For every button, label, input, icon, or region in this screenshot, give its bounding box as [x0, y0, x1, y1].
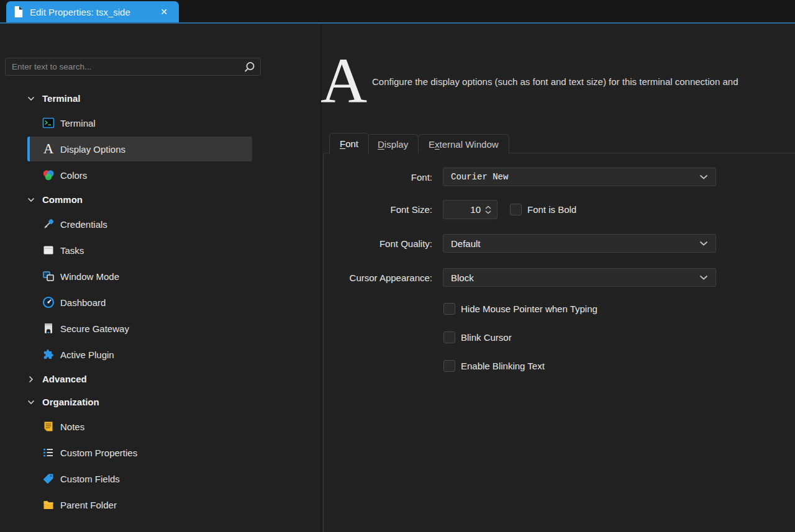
tree-item-window-mode[interactable]: Window Mode [0, 263, 319, 289]
tree-item-display-options[interactable]: A Display Options [0, 136, 319, 162]
tree-group-advanced[interactable]: Advanced [0, 367, 319, 390]
window-mode-icon [42, 270, 55, 282]
settings-sidebar: Terminal Terminal A Display Options [0, 24, 322, 532]
tree-item-label: Notes [60, 422, 84, 432]
font-label: Font: [323, 172, 432, 183]
search-input[interactable] [6, 62, 243, 71]
stepper-down-icon[interactable] [485, 210, 491, 214]
tree-item-active-plugin[interactable]: Active Plugin [0, 341, 319, 367]
chevron-right-icon [29, 376, 34, 383]
tree-item-label: Parent Folder [60, 500, 117, 510]
font-quality-dropdown[interactable]: Default [443, 234, 716, 253]
folder-icon [42, 498, 55, 511]
cursor-appearance-value: Block [451, 273, 474, 283]
chevron-down-icon [27, 400, 35, 405]
letter-a-icon: A [42, 143, 55, 155]
tree-item-label: Colors [60, 170, 87, 181]
tab-font[interactable]: Font [329, 133, 369, 154]
blink-cursor-row: Blink Cursor [443, 331, 512, 343]
tree-item-label: Active Plugin [60, 349, 114, 360]
sidebar-search [5, 58, 261, 76]
hide-mouse-pointer-row: Hide Mouse Pointer when Typing [443, 303, 597, 315]
tree-item-label: Custom Fields [60, 474, 120, 484]
hide-mouse-pointer-checkbox[interactable] [443, 303, 455, 315]
enable-blinking-text-checkbox[interactable] [443, 360, 455, 372]
enable-blinking-text-label: Enable Blinking Text [461, 361, 545, 371]
stepper-up-icon[interactable] [485, 205, 491, 209]
font-quality-value: Default [451, 238, 481, 249]
tree-group-label: Common [42, 194, 83, 205]
tree-item-secure-gateway[interactable]: Secure Gateway [0, 315, 319, 341]
cursor-appearance-dropdown[interactable]: Block [443, 268, 716, 287]
search-icon[interactable] [243, 61, 255, 73]
tree-item-notes[interactable]: Notes [0, 413, 319, 440]
tree-item-label: Secure Gateway [60, 323, 129, 334]
font-is-bold-row: Font is Bold [510, 204, 576, 215]
chevron-down-icon [699, 241, 708, 246]
tree-item-label: Tasks [60, 245, 84, 256]
letter-a-icon: A [320, 48, 367, 113]
key-icon [42, 218, 55, 230]
tree-item-label: Display Options [60, 144, 125, 155]
puzzle-icon [42, 348, 55, 361]
settings-tree: Terminal Terminal A Display Options [0, 87, 319, 518]
chevron-down-icon [699, 174, 708, 179]
tree-item-parent-folder[interactable]: Parent Folder [0, 492, 319, 518]
secure-gateway-icon [42, 322, 55, 335]
tree-item-custom-fields[interactable]: Custom Fields [0, 466, 319, 492]
chevron-down-icon [27, 96, 35, 101]
tree-item-dashboard[interactable]: Dashboard [0, 289, 319, 315]
blink-cursor-checkbox[interactable] [443, 331, 455, 343]
close-icon[interactable]: ✕ [157, 6, 171, 18]
tree-group-label: Terminal [42, 93, 80, 104]
tree-item-label: Custom Properties [60, 448, 137, 458]
enable-blinking-text-row: Enable Blinking Text [443, 360, 545, 372]
font-size-label: Font Size: [323, 204, 432, 215]
font-size-stepper[interactable]: 10 [443, 200, 497, 219]
terminal-icon [42, 117, 55, 129]
edit-properties-window: Edit Properties: tsx_side ✕ Terminal [0, 0, 795, 532]
cursor-appearance-label: Cursor Appearance: [323, 273, 432, 283]
document-icon [14, 6, 24, 18]
blink-cursor-label: Blink Cursor [461, 332, 512, 343]
tree-item-custom-properties[interactable]: Custom Properties [0, 440, 319, 466]
tree-item-terminal[interactable]: Terminal [0, 110, 319, 136]
tree-item-credentials[interactable]: Credentials [0, 211, 319, 237]
font-dropdown[interactable]: Courier New [443, 168, 716, 186]
tree-item-label: Window Mode [60, 271, 119, 282]
font-quality-label: Font Quality: [323, 238, 432, 249]
tree-item-label: Credentials [60, 219, 107, 230]
tree-group-label: Advanced [42, 374, 87, 384]
window-tab-bar: Edit Properties: tsx_side ✕ [0, 0, 795, 24]
font-is-bold-label: Font is Bold [527, 204, 576, 215]
tree-item-label: Terminal [60, 118, 96, 128]
document-tab[interactable]: Edit Properties: tsx_side ✕ [6, 1, 179, 22]
tree-item-tasks[interactable]: Tasks [0, 237, 319, 263]
panel-description: Configure the display options (such as f… [372, 76, 795, 87]
hide-mouse-pointer-label: Hide Mouse Pointer when Typing [461, 304, 597, 314]
font-size-value: 10 [470, 204, 481, 215]
tag-icon [42, 472, 55, 485]
tree-item-colors[interactable]: Colors [0, 162, 319, 188]
font-is-bold-checkbox[interactable] [510, 204, 522, 215]
notes-icon [42, 420, 55, 433]
colors-icon [42, 169, 55, 181]
tree-group-label: Organization [42, 397, 99, 407]
font-value: Courier New [451, 172, 508, 182]
tab-external-window[interactable]: External Window [418, 134, 509, 153]
tree-group-terminal[interactable]: Terminal [0, 87, 319, 110]
dashboard-icon [42, 296, 55, 309]
tasks-icon [42, 244, 55, 256]
tab-title: Edit Properties: tsx_side [30, 7, 150, 17]
tree-group-common[interactable]: Common [0, 188, 319, 211]
tree-group-organization[interactable]: Organization [0, 390, 319, 413]
chevron-down-icon [699, 275, 708, 280]
tab-display[interactable]: Display [367, 134, 419, 153]
tree-item-label: Dashboard [60, 297, 106, 308]
display-options-panel: A Configure the display options (such as… [323, 24, 795, 532]
list-icon [42, 446, 55, 459]
chevron-down-icon [27, 197, 35, 202]
